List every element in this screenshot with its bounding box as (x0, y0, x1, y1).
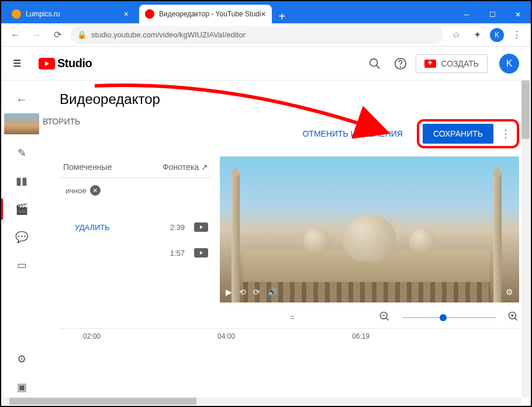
time-mark: 04:00 (217, 332, 235, 340)
tab-title: Видеоредактор - YouTube Studi (159, 10, 261, 18)
youtube-icon (39, 58, 55, 69)
create-button[interactable]: СОЗДАТЬ (416, 54, 488, 73)
timeline-controls: = (220, 302, 519, 328)
comments-icon[interactable]: 💬 (8, 224, 36, 250)
svg-line-1 (376, 65, 380, 68)
actions-row: ОТМЕНИТЬ ИЗМЕНЕНИЯ СОХРАНИТЬ ⋮ (60, 119, 519, 148)
delete-button[interactable]: УДАЛИТЬ (75, 223, 110, 232)
zoom-out-icon[interactable] (379, 311, 391, 325)
studio-logo[interactable]: Studio (39, 57, 92, 70)
url-field[interactable]: 🔒 studio.youtube.com/video/kgWIUZIAVaI/e… (70, 26, 443, 44)
video-preview[interactable]: ▶ ⟲ ⟳ 🔊 ⚙ (220, 156, 519, 302)
track-row: УДАЛИТЬ 2:39 (60, 214, 212, 240)
subtitles-icon[interactable]: ▭ (8, 252, 36, 278)
back-button[interactable]: ← (7, 27, 23, 43)
video-thumbnail[interactable] (4, 113, 39, 134)
horizontal-scrollbar[interactable] (2, 398, 521, 405)
external-icon: ↗ (201, 162, 208, 172)
forward-icon[interactable]: ⟳ (253, 287, 260, 297)
edit-icon[interactable]: ✎ (8, 140, 36, 166)
play-icon[interactable] (194, 222, 208, 232)
discard-button[interactable]: ОТМЕНИТЬ ИЗМЕНЕНИЯ (295, 124, 410, 143)
reload-button[interactable]: ⟳ (49, 27, 65, 43)
time-mark: 02:00 (83, 332, 101, 340)
forward-button[interactable]: → (28, 27, 44, 43)
preview-column: ▶ ⟲ ⟳ 🔊 ⚙ = (220, 156, 519, 328)
rewind-icon[interactable]: ⟲ (239, 287, 246, 297)
track-duration: 2:39 (170, 223, 185, 232)
create-label: СОЗДАТЬ (441, 59, 479, 68)
menu-icon[interactable]: ⋮ (509, 27, 525, 43)
studio-header: ☰ Studio СОЗДАТЬ K (1, 47, 531, 81)
hamburger-icon[interactable]: ☰ (13, 58, 27, 69)
svg-point-3 (400, 67, 401, 67)
tracks-column: Помеченные Фонотека ↗ ичное ✕ УДАЛИТЬ 2:… (60, 156, 212, 328)
zoom-in-icon[interactable] (507, 311, 519, 325)
chip-label: ичное (65, 186, 87, 195)
content: Видеоредактор ОВТОРИТЬ ОТМЕНИТЬ ИЗМЕНЕНИ… (42, 81, 531, 400)
create-icon (424, 60, 436, 68)
analytics-icon[interactable]: ▮▮ (8, 168, 36, 194)
svg-line-10 (515, 318, 517, 321)
address-bar: ← → ⟳ 🔒 studio.youtube.com/video/kgWIUZI… (1, 23, 531, 47)
browser-tab-2[interactable]: Видеоредактор - YouTube Studi × (139, 5, 272, 23)
more-icon[interactable]: ⋮ (498, 127, 513, 140)
page-title: Видеоредактор (60, 86, 519, 119)
svg-point-0 (370, 58, 378, 66)
profile-avatar[interactable]: K (490, 28, 504, 42)
window-titlebar: Lumpics.ru × Видеоредактор - YouTube Stu… (1, 1, 531, 23)
tab-library[interactable]: Фонотека ↗ (159, 156, 212, 178)
track-duration: 1:57 (170, 249, 185, 258)
play-icon[interactable] (194, 248, 208, 258)
time-mark: 06:19 (352, 332, 369, 340)
sidebar: ← ✎ ▮▮ 🎬 💬 ▭ ⚙ ▣ (1, 81, 42, 400)
track-row: 1:57 (60, 240, 212, 266)
drag-handle-icon[interactable]: = (290, 313, 296, 322)
save-button[interactable]: СОХРАНИТЬ (423, 124, 493, 144)
account-avatar[interactable]: K (499, 54, 519, 74)
maximize-button[interactable]: ☐ (479, 6, 505, 23)
new-tab-button[interactable]: + (272, 10, 293, 23)
remove-chip-icon[interactable]: ✕ (90, 185, 101, 196)
editor-icon[interactable]: 🎬 (8, 196, 36, 222)
favicon-icon (12, 9, 21, 19)
vertical-scrollbar[interactable] (521, 81, 530, 398)
filter-chip[interactable]: ичное ✕ (60, 183, 105, 198)
zoom-slider[interactable] (402, 317, 496, 318)
favicon-icon (145, 9, 154, 19)
main-area: ← ✎ ▮▮ 🎬 💬 ▭ ⚙ ▣ Видеоредактор ОВТОРИТЬ … (1, 81, 531, 400)
browser-tab-1[interactable]: Lumpics.ru × (6, 5, 134, 23)
close-icon[interactable]: × (261, 9, 265, 19)
svg-line-6 (386, 318, 389, 321)
close-window-button[interactable]: ✕ (505, 6, 531, 23)
volume-icon[interactable]: 🔊 (267, 287, 277, 297)
replay-button[interactable]: ОВТОРИТЬ (42, 117, 80, 126)
save-highlight: СОХРАНИТЬ ⋮ (417, 119, 519, 148)
close-icon[interactable]: × (124, 9, 129, 19)
settings-icon[interactable]: ⚙ (8, 346, 36, 372)
extensions-icon[interactable]: ✦ (469, 27, 485, 43)
help-icon[interactable] (390, 53, 411, 74)
play-icon[interactable]: ▶ (226, 287, 232, 297)
settings-icon[interactable]: ⚙ (506, 287, 513, 297)
search-icon[interactable] (364, 53, 385, 74)
timeline-ruler: 02:00 04:00 06:19 (60, 328, 519, 340)
feedback-icon[interactable]: ▣ (8, 374, 36, 400)
star-icon[interactable]: ☆ (448, 27, 464, 43)
logo-text: Studio (57, 57, 92, 70)
minimize-button[interactable]: ─ (454, 6, 479, 23)
back-arrow[interactable]: ← (10, 88, 33, 111)
tab-marked[interactable]: Помеченные (60, 156, 115, 178)
tab-title: Lumpics.ru (26, 10, 60, 18)
url-text: studio.youtube.com/video/kgWIUZIAVaI/edi… (91, 30, 246, 39)
lock-icon: 🔒 (77, 30, 87, 39)
